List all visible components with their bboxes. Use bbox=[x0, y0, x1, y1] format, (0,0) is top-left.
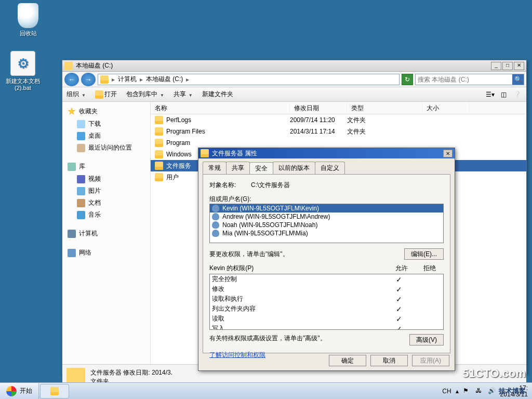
forward-button[interactable]: → bbox=[81, 73, 96, 86]
back-button[interactable]: ← bbox=[64, 73, 79, 86]
refresh-button[interactable]: ↻ bbox=[402, 74, 413, 85]
network-icon[interactable]: 🖧 bbox=[475, 387, 484, 395]
breadcrumb-computer[interactable]: 计算机 bbox=[118, 75, 137, 84]
file-name: PerfLogs bbox=[166, 116, 191, 124]
tab-security[interactable]: 安全 bbox=[249, 162, 273, 175]
sidebar-libraries[interactable]: 库 bbox=[62, 160, 150, 173]
ok-button[interactable]: 确定 bbox=[329, 355, 366, 366]
close-button[interactable]: ✕ bbox=[514, 62, 524, 70]
advanced-button[interactable]: 高级(V) bbox=[409, 334, 444, 345]
file-date: 2009/7/14 11:20 bbox=[290, 116, 347, 124]
sidebar-desktop[interactable]: 桌面 bbox=[62, 130, 150, 142]
folder-icon bbox=[155, 162, 163, 170]
sidebar-pictures[interactable]: 图片 bbox=[62, 185, 150, 197]
organize-menu[interactable]: 组织 bbox=[66, 90, 86, 99]
col-type[interactable]: 类型 bbox=[347, 102, 422, 114]
tray-caret-icon[interactable]: ▴ bbox=[456, 388, 459, 395]
tab-previous-versions[interactable]: 以前的版本 bbox=[273, 162, 315, 174]
tab-custom[interactable]: 自定义 bbox=[315, 162, 345, 174]
share-menu[interactable]: 共享 bbox=[174, 90, 193, 99]
sidebar-computer[interactable]: 计算机 bbox=[62, 227, 150, 240]
properties-dialog: 文件服务器 属性 ✕ 常规 共享 安全 以前的版本 自定义 对象名称: C:\文… bbox=[198, 148, 455, 371]
permission-list[interactable]: 完全控制✓修改✓读取和执行✓列出文件夹内容✓读取✓写入✓ bbox=[209, 274, 444, 330]
deny-header: 拒绝 bbox=[416, 264, 444, 273]
explorer-titlebar[interactable]: 本地磁盘 (C:) _ □ ✕ bbox=[62, 60, 526, 72]
search-bar[interactable]: 🔍 bbox=[415, 74, 524, 85]
language-indicator[interactable]: CH bbox=[442, 388, 451, 395]
bat-file[interactable]: 新建文本文档 (2).bat bbox=[3, 51, 43, 91]
dialog-close-button[interactable]: ✕ bbox=[443, 150, 453, 157]
sidebar-recent[interactable]: 最近访问的位置 bbox=[62, 142, 150, 154]
help-button[interactable]: ❔ bbox=[512, 89, 522, 100]
preview-pane-button[interactable]: ◫ bbox=[498, 89, 509, 100]
new-folder-button[interactable]: 新建文件夹 bbox=[202, 90, 233, 99]
start-button[interactable]: 开始 bbox=[0, 383, 39, 400]
cancel-button[interactable]: 取消 bbox=[370, 355, 408, 366]
edit-button[interactable]: 编辑(E)... bbox=[404, 248, 444, 260]
document-icon bbox=[77, 199, 85, 207]
breadcrumb-drive[interactable]: 本地磁盘 (C:) bbox=[146, 75, 183, 84]
perm-name: 修改 bbox=[212, 285, 385, 294]
permission-row[interactable]: 读取✓ bbox=[210, 314, 443, 324]
sidebar-downloads[interactable]: 下载 bbox=[62, 118, 150, 130]
folder-icon bbox=[155, 150, 163, 158]
folder-icon bbox=[155, 173, 163, 181]
permission-row[interactable]: 读取和执行✓ bbox=[210, 294, 443, 304]
library-icon bbox=[68, 163, 76, 171]
user-name: Mia (WIN-9L5SOGTJFLM\Mia) bbox=[222, 230, 308, 237]
recycle-bin[interactable]: 回收站 bbox=[8, 3, 48, 37]
file-name: Windows bbox=[166, 151, 192, 158]
volume-icon[interactable]: 🔊 bbox=[488, 387, 496, 395]
user-list[interactable]: Kevin (WIN-9L5SOGTJFLM\Kevin)Andrew (WIN… bbox=[209, 204, 444, 243]
sidebar-videos[interactable]: 视频 bbox=[62, 173, 150, 185]
file-row[interactable]: PerfLogs2009/7/14 11:20文件夹 bbox=[151, 114, 526, 126]
search-button[interactable]: 🔍 bbox=[512, 74, 524, 85]
user-name: Noah (WIN-9L5SOGTJFLM\Noah) bbox=[222, 221, 317, 229]
perm-allow: ✓ bbox=[385, 295, 413, 303]
action-center-icon[interactable]: ⚑ bbox=[463, 387, 471, 395]
user-row[interactable]: Andrew (WIN-9L5SOGTJFLM\Andrew) bbox=[210, 212, 443, 221]
sidebar-music[interactable]: 音乐 bbox=[62, 209, 150, 221]
user-row[interactable]: Kevin (WIN-9L5SOGTJFLM\Kevin) bbox=[210, 204, 443, 212]
address-bar[interactable]: ▸ 计算机 ▸ 本地磁盘 (C:) ▸ bbox=[98, 74, 400, 85]
user-row[interactable]: Noah (WIN-9L5SOGTJFLM\Noah) bbox=[210, 221, 443, 229]
sidebar: 收藏夹 下载 桌面 最近访问的位置 库 视频 图片 文档 音乐 计算机 网络 bbox=[62, 102, 151, 364]
open-button[interactable]: 打开 bbox=[95, 90, 117, 99]
sidebar-favorites[interactable]: 收藏夹 bbox=[62, 105, 150, 118]
dialog-titlebar[interactable]: 文件服务器 属性 ✕ bbox=[198, 148, 455, 158]
file-name: 用户 bbox=[166, 173, 179, 182]
col-size[interactable]: 大小 bbox=[422, 102, 469, 114]
group-users-label: 组或用户名(G): bbox=[209, 195, 444, 204]
desktop-icon bbox=[77, 132, 85, 140]
folder-icon bbox=[155, 127, 163, 136]
watermark-sub: 技术博客 bbox=[499, 387, 526, 396]
taskbar-explorer[interactable] bbox=[40, 384, 69, 398]
minimize-button[interactable]: _ bbox=[491, 62, 501, 70]
file-name: Program Files bbox=[166, 128, 205, 135]
include-menu[interactable]: 包含到库中 bbox=[126, 90, 164, 99]
file-row[interactable]: Program Files2014/3/11 17:14文件夹 bbox=[151, 126, 526, 137]
file-type: 文件夹 bbox=[347, 116, 422, 125]
tab-general[interactable]: 常规 bbox=[203, 162, 227, 174]
perm-allow: ✓ bbox=[385, 275, 413, 284]
taskbar: 开始 CH ▴ ⚑ 🖧 🔊 技术博客 17: 2014/3/11 bbox=[0, 382, 532, 399]
perm-allow: ✓ bbox=[385, 305, 413, 313]
permission-row[interactable]: 完全控制✓ bbox=[210, 274, 443, 284]
user-row[interactable]: Mia (WIN-9L5SOGTJFLM\Mia) bbox=[210, 229, 443, 237]
apply-button[interactable]: 应用(A) bbox=[412, 355, 449, 366]
col-date[interactable]: 修改日期 bbox=[290, 102, 347, 114]
maximize-button[interactable]: □ bbox=[502, 62, 513, 70]
sidebar-documents[interactable]: 文档 bbox=[62, 197, 150, 209]
col-name[interactable]: 名称 bbox=[151, 102, 290, 114]
file-row[interactable]: Program bbox=[151, 137, 526, 149]
view-options-button[interactable]: ☰▾ bbox=[485, 89, 495, 100]
permission-row[interactable]: 列出文件夹内容✓ bbox=[210, 304, 443, 314]
perm-name: 列出文件夹内容 bbox=[212, 304, 385, 313]
permission-row[interactable]: 修改✓ bbox=[210, 284, 443, 294]
user-icon bbox=[212, 213, 219, 220]
permission-row[interactable]: 写入✓ bbox=[210, 324, 443, 330]
search-input[interactable] bbox=[416, 76, 512, 83]
sidebar-network[interactable]: 网络 bbox=[62, 246, 150, 259]
tab-share[interactable]: 共享 bbox=[226, 162, 250, 174]
perm-name: 写入 bbox=[212, 324, 385, 330]
